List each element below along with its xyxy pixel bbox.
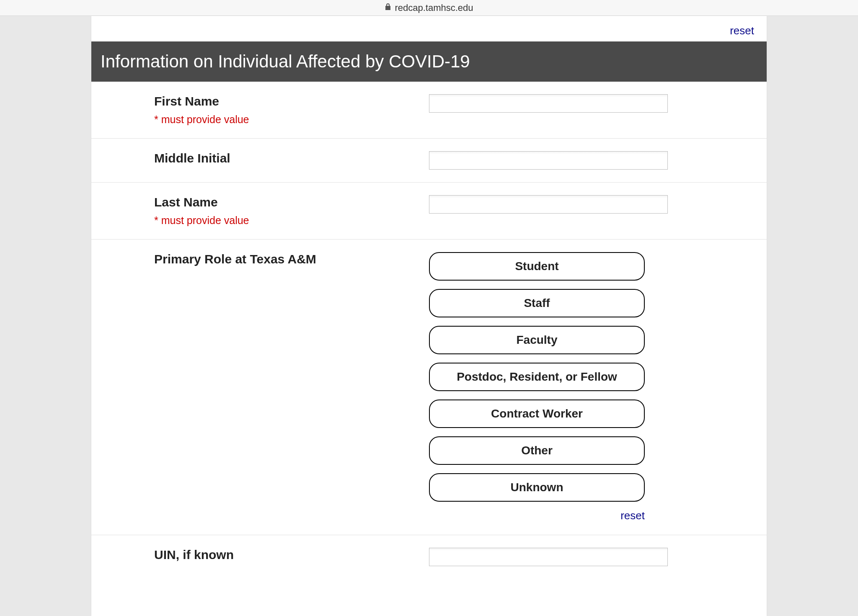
option-other[interactable]: Other — [429, 436, 645, 465]
uin-label: UIN, if known — [154, 548, 416, 562]
form-panel: reset Information on Individual Affected… — [91, 16, 767, 616]
option-student[interactable]: Student — [429, 252, 645, 281]
first-name-label: First Name — [154, 94, 416, 108]
primary-role-label: Primary Role at Texas A&M — [154, 252, 416, 266]
form-row-first-name: First Name * must provide value — [91, 82, 767, 139]
uin-input[interactable] — [429, 548, 668, 566]
last-name-label: Last Name — [154, 195, 416, 209]
last-name-input[interactable] — [429, 195, 668, 214]
input-col — [429, 548, 767, 566]
page-container: reset Information on Individual Affected… — [0, 16, 858, 616]
form-row-uin: UIN, if known — [91, 535, 767, 579]
middle-initial-label: Middle Initial — [154, 151, 416, 165]
option-contract-worker[interactable]: Contract Worker — [429, 399, 645, 428]
label-col: Middle Initial — [91, 151, 429, 170]
form-row-middle-initial: Middle Initial — [91, 139, 767, 183]
input-col — [429, 195, 767, 227]
lock-icon — [385, 3, 391, 13]
reset-link-top[interactable]: reset — [730, 24, 754, 37]
input-col — [429, 151, 767, 170]
label-col: UIN, if known — [91, 548, 429, 566]
last-name-required: * must provide value — [154, 214, 416, 227]
reset-bottom-container: reset — [429, 509, 645, 522]
reset-link-role[interactable]: reset — [620, 509, 645, 522]
input-col: Student Staff Faculty Postdoc, Resident,… — [429, 252, 767, 522]
option-postdoc[interactable]: Postdoc, Resident, or Fellow — [429, 363, 645, 391]
section-header: Information on Individual Affected by CO… — [91, 41, 767, 82]
option-faculty[interactable]: Faculty — [429, 326, 645, 354]
url-text: redcap.tamhsc.edu — [395, 3, 473, 13]
middle-initial-input[interactable] — [429, 151, 668, 170]
label-col: Primary Role at Texas A&M — [91, 252, 429, 522]
option-unknown[interactable]: Unknown — [429, 473, 645, 502]
label-col: First Name * must provide value — [91, 94, 429, 126]
first-name-input[interactable] — [429, 94, 668, 113]
form-row-primary-role: Primary Role at Texas A&M Student Staff … — [91, 240, 767, 535]
form-row-last-name: Last Name * must provide value — [91, 183, 767, 240]
reset-top-container: reset — [91, 16, 767, 41]
first-name-required: * must provide value — [154, 113, 416, 126]
browser-url-bar: redcap.tamhsc.edu — [0, 0, 858, 16]
option-staff[interactable]: Staff — [429, 289, 645, 317]
input-col — [429, 94, 767, 126]
primary-role-options: Student Staff Faculty Postdoc, Resident,… — [429, 252, 645, 502]
label-col: Last Name * must provide value — [91, 195, 429, 227]
